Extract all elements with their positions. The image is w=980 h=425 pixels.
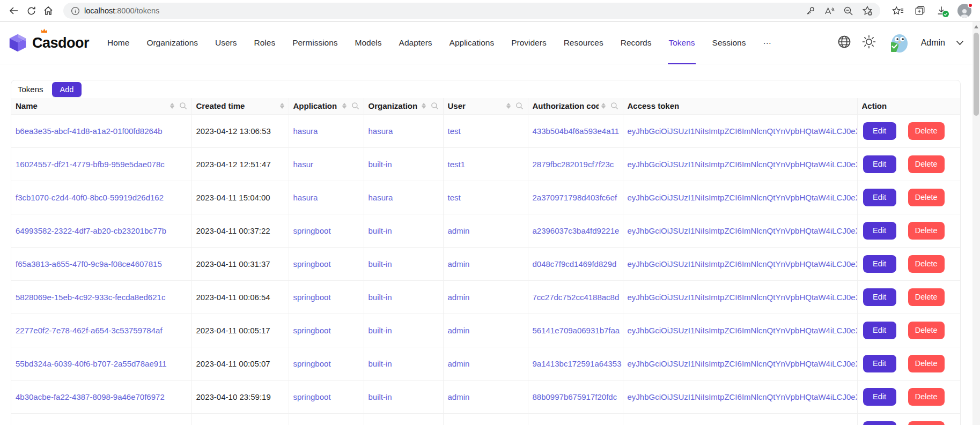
nav-item[interactable]: Sessions [704,22,755,64]
search-icon[interactable] [431,102,439,110]
delete-button[interactable]: Delete [908,322,945,339]
delete-button[interactable]: Delete [908,189,945,206]
edit-button[interactable]: Edit [863,155,896,173]
nav-item[interactable]: Adapters [390,22,441,64]
sort-icon[interactable] [170,103,174,109]
organization-link[interactable]: built-in [369,226,392,235]
password-key-icon[interactable] [805,6,815,16]
user-link[interactable]: admin [448,226,470,235]
access-token-value[interactable]: eyJhbGciOiJSUzI1NiIsImtpZCI6ImNlcnQtYnVp… [628,226,858,235]
refresh-icon[interactable] [23,2,40,19]
back-icon[interactable] [5,2,23,19]
organization-link[interactable]: built-in [369,293,392,302]
nav-item[interactable]: Organizations [138,22,207,64]
user-link[interactable]: admin [448,359,470,368]
read-aloud-icon[interactable] [824,6,835,16]
token-name-link[interactable]: 5828069e-15eb-4c92-933c-fecda8ed621c [16,293,165,302]
nav-item[interactable]: Resources [555,22,612,64]
authorization-code-value[interactable]: 2879fbc282019cf7f23c [533,160,614,169]
user-link[interactable]: admin [448,293,470,302]
organization-link[interactable]: built-in [369,259,392,269]
browser-profile-avatar[interactable] [957,4,971,18]
authorization-code-value[interactable]: 9a1413bc172591a64353 [533,359,622,368]
user-link[interactable]: test [448,126,461,136]
token-name-link[interactable]: 4b30acbe-fa22-4387-8098-9a46e70f6972 [16,392,165,401]
add-favorite-icon[interactable] [862,5,873,16]
delete-button[interactable]: Delete [908,355,945,372]
organization-link[interactable]: hasura [369,126,393,136]
home-icon[interactable] [40,2,57,19]
access-token-value[interactable]: eyJhbGciOiJSUzI1NiIsImtpZCI6ImNlcnQtYnVp… [628,293,858,302]
organization-link[interactable]: built-in [369,160,392,169]
delete-button[interactable]: Delete [908,421,945,425]
token-name-link[interactable]: f3cb1070-c2d4-40f0-8bc0-59919d26d162 [16,193,164,202]
nav-item[interactable]: Home [99,22,138,64]
user-link[interactable]: test [448,193,461,202]
user-avatar[interactable] [887,32,909,54]
authorization-code-value[interactable]: 88b0997b675917f20fdc [533,392,617,401]
search-icon[interactable] [351,102,359,110]
nav-item[interactable]: ··· [754,22,780,64]
search-icon[interactable] [610,102,618,110]
organization-link[interactable]: built-in [369,359,392,368]
sort-icon[interactable] [342,103,347,109]
edit-button[interactable]: Edit [863,122,896,140]
casdoor-logo[interactable]: Casdoor [8,33,89,53]
application-link[interactable]: hasura [293,126,318,136]
address-bar[interactable]: localhost:8000/tokens [63,3,880,19]
sort-icon[interactable] [601,103,606,109]
add-button[interactable]: Add [52,82,82,97]
nav-item[interactable]: Permissions [284,22,346,64]
scrollbar-thumb[interactable] [974,33,979,116]
search-icon[interactable] [179,102,187,110]
token-name-link[interactable]: b6ea3e35-abcf-41d8-a1a2-01f00fd8264b [16,126,163,136]
application-link[interactable]: hasur [293,160,314,169]
nav-item[interactable]: Users [207,22,245,64]
delete-button[interactable]: Delete [908,255,945,273]
token-name-link[interactable]: 64993582-2322-4df7-ab20-cb23201bc77b [16,226,166,235]
organization-link[interactable]: hasura [369,193,393,202]
access-token-value[interactable]: eyJhbGciOiJSUzI1NiIsImtpZCI6ImNlcnQtYnVp… [628,160,858,169]
application-link[interactable]: springboot [293,293,331,302]
edit-button[interactable]: Edit [863,355,896,372]
collections-icon[interactable] [915,5,925,16]
delete-button[interactable]: Delete [908,222,945,240]
access-token-value[interactable]: eyJhbGciOiJSUzI1NiIsImtpZCI6ImNlcnQtYnVp… [628,126,858,136]
page-scrollbar[interactable] [972,22,980,425]
delete-button[interactable]: Delete [908,122,945,140]
nav-item[interactable]: Tokens [660,22,703,64]
site-info-icon[interactable] [71,6,80,16]
token-name-link[interactable]: 55bd324a-6039-40f6-b707-2a55d78ae911 [16,359,167,368]
sort-icon[interactable] [506,103,511,109]
application-link[interactable]: springboot [293,259,331,269]
sort-icon[interactable] [422,103,426,109]
column-header-user[interactable]: User [443,98,528,114]
theme-sun-icon[interactable] [862,35,876,51]
column-header-application[interactable]: Application [289,98,364,114]
user-name-label[interactable]: Admin [921,38,945,48]
delete-button[interactable]: Delete [908,288,945,306]
column-header-authorization-code[interactable]: Authorization code [528,98,623,114]
application-link[interactable]: springboot [293,359,331,368]
scrollbar-up-arrow[interactable] [974,25,978,28]
application-link[interactable]: springboot [293,392,331,401]
application-link[interactable]: springboot [293,226,331,235]
user-link[interactable]: admin [448,392,470,401]
access-token-value[interactable]: eyJhbGciOiJSUzI1NiIsImtpZCI6ImNlcnQtYnVp… [628,326,858,335]
column-header-organization[interactable]: Organization [364,98,443,114]
nav-item[interactable]: Roles [246,22,284,64]
token-name-link[interactable]: f65a3813-a655-47f0-9c9a-f08ce4607815 [16,259,162,269]
edit-button[interactable]: Edit [863,189,896,206]
edit-button[interactable]: Edit [863,388,896,406]
column-header-created-time[interactable]: Created time [191,98,289,114]
access-token-value[interactable]: eyJhbGciOiJSUzI1NiIsImtpZCI6ImNlcnQtYnVp… [628,193,858,202]
delete-button[interactable]: Delete [908,388,945,406]
authorization-code-value[interactable]: 7cc27dc752cc4188ac8d [533,293,620,302]
user-link[interactable]: admin [448,259,470,269]
zoom-out-icon[interactable] [843,6,853,16]
search-icon[interactable] [515,102,524,110]
column-header-name[interactable]: Name [11,98,191,114]
user-link[interactable]: test1 [448,160,466,169]
application-link[interactable]: springboot [293,326,331,335]
organization-link[interactable]: built-in [369,326,392,335]
